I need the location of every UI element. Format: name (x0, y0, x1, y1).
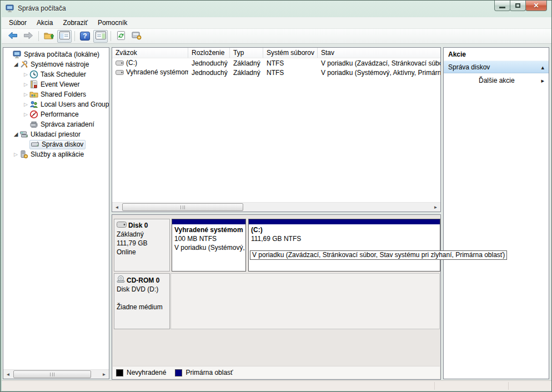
tree-item-shared-folders[interactable]: Shared Folders (3, 89, 109, 99)
volume-list-horizontal-scrollbar[interactable]: ◄ ► (112, 202, 440, 212)
scroll-right-icon[interactable]: ► (431, 203, 440, 212)
volume-table-header: Zväzok Rozloženie Typ Systém súborov Sta… (112, 48, 440, 58)
tree-item-sprava-pocitaca[interactable]: Správa počítača (lokálne) (3, 49, 109, 59)
selected-tree-item-highlight: Správa diskov (29, 140, 86, 149)
cdrom-media-area[interactable] (170, 273, 440, 329)
shared-folders-icon (29, 90, 39, 99)
menu-bar: Súbor Akcia Zobraziť Pomocník (2, 17, 551, 29)
scrollbar-thumb[interactable] (122, 203, 243, 211)
column-header-system-suborov[interactable]: Systém súborov (263, 48, 318, 58)
window-title: Správa počítača (18, 4, 66, 12)
services-icon (19, 150, 29, 159)
minimize-button[interactable] (494, 1, 510, 11)
expander-icon[interactable] (12, 129, 19, 139)
users-icon (29, 100, 39, 109)
menu-subor[interactable]: Súbor (4, 18, 32, 28)
partition-c[interactable]: (C:) 111,69 GB NTFS (248, 219, 440, 272)
disk0-type: Základný (117, 230, 169, 239)
close-button[interactable]: ✕ (525, 1, 547, 11)
show-console-tree-button[interactable] (57, 30, 72, 43)
scroll-right-icon[interactable]: ► (99, 370, 109, 379)
up-folder-button[interactable] (42, 30, 56, 43)
storage-icon (19, 130, 29, 139)
cdrom-media: Disk DVD (D:) (117, 285, 169, 294)
refresh-button[interactable] (114, 30, 128, 43)
scroll-left-icon[interactable]: ◄ (3, 370, 13, 379)
disk-management-icon (31, 140, 40, 149)
expander-icon[interactable] (12, 59, 19, 69)
performance-icon (29, 110, 39, 119)
unallocated-swatch-icon (116, 369, 123, 376)
expander-icon[interactable] (22, 79, 29, 89)
tree-item-local-users-and-groups[interactable]: Local Users and Groups (3, 99, 109, 109)
device-manager-icon (29, 120, 39, 129)
status-separator (434, 382, 435, 390)
primary-partition-swatch-icon (175, 369, 182, 376)
tree-item-event-viewer[interactable]: Event Viewer (3, 79, 109, 89)
minimize-icon (499, 7, 505, 8)
disk0-status: Online (117, 248, 169, 257)
maximize-button[interactable] (510, 1, 526, 11)
refresh-icon (117, 31, 126, 42)
actions-group-sprava-diskov[interactable]: Správa diskov (444, 61, 549, 73)
disk-settings-button[interactable] (129, 30, 144, 43)
menu-pomocnik[interactable]: Pomocník (93, 18, 132, 28)
actions-panel: Akcie Správa diskov Ďalšie akcie (443, 47, 549, 379)
computer-management-window: Správa počítača ✕ Súbor Akcia Zobraziť P… (0, 0, 552, 392)
expander-icon[interactable] (22, 99, 29, 109)
column-header-rozlozenie[interactable]: Rozloženie (188, 48, 230, 58)
back-button[interactable] (6, 30, 20, 43)
tree-horizontal-scrollbar[interactable]: ◄ ► (3, 369, 109, 379)
actions-more-item[interactable]: Ďalšie akcie (444, 73, 549, 87)
arrow-right-icon (23, 32, 33, 41)
arrow-left-icon (8, 32, 18, 41)
actions-panel-title: Akcie (444, 48, 549, 61)
disk-settings-icon (132, 31, 142, 42)
volume-icon (116, 59, 124, 67)
menu-zobrazit[interactable]: Zobraziť (58, 18, 93, 28)
forward-button[interactable] (21, 30, 36, 43)
tree-item-sluzby-a-aplikacie[interactable]: Služby a aplikácie (3, 149, 109, 159)
toolbar-separator (38, 31, 39, 41)
scroll-left-icon[interactable]: ◄ (112, 203, 122, 212)
disk0-header[interactable]: Disk 0 Základný 111,79 GB Online (114, 219, 170, 272)
disk0-size: 111,79 GB (117, 239, 169, 248)
scrollbar-thumb[interactable] (13, 370, 91, 378)
graphical-view-panel: Disk 0 Základný 111,79 GB Online Vyhrade… (112, 214, 441, 380)
volume-row-system-reserved[interactable]: Vyhradené systémom Jednoduchý Základný N… (112, 68, 440, 77)
console-tree-panel: Správa počítača (lokálne) Systémové nást… (3, 47, 109, 379)
computer-icon (13, 50, 22, 59)
tree-item-spravca-zariadeni[interactable]: Správca zariadení (3, 119, 109, 129)
hard-disk-icon (117, 221, 127, 230)
help-icon (80, 32, 90, 41)
show-action-pane-button[interactable] (93, 30, 108, 43)
expander-icon[interactable] (22, 89, 29, 99)
toolbar-separator (111, 31, 111, 41)
partition-system-reserved[interactable]: Vyhradené systémom 100 MB NTFS V poriadk… (172, 219, 246, 272)
expander-icon[interactable] (22, 109, 29, 119)
help-button[interactable] (78, 30, 92, 43)
partition-status-tooltip: V poriadku (Zavádzací, Stránkovací súbor… (250, 250, 507, 260)
tree-item-performance[interactable]: Performance (3, 109, 109, 119)
action-pane-icon (96, 31, 106, 41)
expander-icon[interactable] (12, 149, 19, 159)
maximize-icon (515, 3, 520, 8)
toolbar (2, 29, 551, 44)
tree-item-ukladaci-priestor[interactable]: Ukladací priestor (3, 129, 109, 139)
column-header-stav[interactable]: Stav (318, 48, 440, 58)
tree-item-sprava-diskov[interactable]: Správa diskov (3, 139, 109, 149)
tree-item-task-scheduler[interactable]: Task Scheduler (3, 69, 109, 79)
collapse-arrow-icon[interactable] (541, 63, 544, 71)
column-header-typ[interactable]: Typ (230, 48, 263, 58)
expander-icon[interactable] (22, 69, 29, 79)
console-tree-icon (59, 31, 70, 41)
tree-item-systemove-nastroje[interactable]: Systémové nástroje (3, 59, 109, 69)
volume-row-c[interactable]: (C:) Jednoduchý Základný NTFS V poriadku… (112, 58, 440, 68)
menu-akcia[interactable]: Akcia (32, 18, 58, 28)
title-bar[interactable]: Správa počítača ✕ (1, 1, 551, 17)
cd-rom-icon (117, 275, 125, 285)
column-header-zvazok[interactable]: Zväzok (112, 48, 188, 58)
tools-icon (19, 60, 29, 69)
close-icon: ✕ (533, 2, 539, 9)
cdrom-header[interactable]: CD-ROM 0 Disk DVD (D:) Žiadne médium (114, 273, 170, 329)
